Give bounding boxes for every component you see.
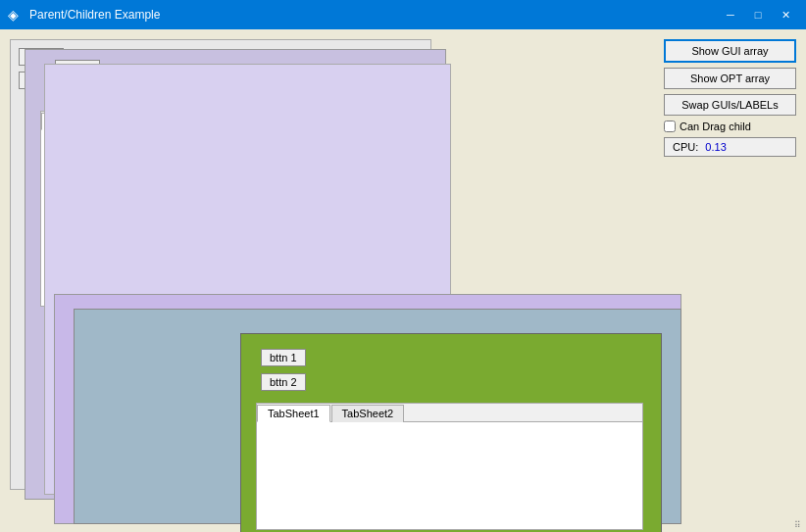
panel-green: bttn 1 bttn 2 TabSheet1 TabSheet2	[240, 333, 662, 532]
tab-control-green: TabSheet1 TabSheet2	[256, 403, 643, 530]
tab-header-green: TabSheet1 TabSheet2	[257, 404, 642, 422]
tab-body-green	[257, 422, 642, 520]
maximize-button[interactable]: □	[745, 4, 771, 25]
minimize-button[interactable]: ─	[718, 4, 743, 25]
tab-sheet1-green[interactable]: TabSheet1	[257, 405, 330, 422]
title-bar: ◈ Parent/Children Example ─ □ ✕	[0, 0, 806, 29]
cpu-display: CPU: 0.13	[664, 137, 796, 157]
can-drag-child-label: Can Drag child	[680, 121, 751, 132]
show-opt-array-button[interactable]: Show OPT array	[664, 68, 796, 89]
main-content: bttn 1 bttn bttn 1 bttn 2 TabSheet1 TabS…	[0, 29, 806, 532]
app-icon: ◈	[8, 7, 24, 23]
btn1-green[interactable]: bttn 1	[261, 349, 306, 366]
can-drag-child-checkbox[interactable]	[664, 121, 676, 132]
right-panel: Show GUI array Show OPT array Swap GUIs/…	[664, 39, 796, 157]
resize-grip[interactable]: ⠿	[794, 520, 804, 530]
close-button[interactable]: ✕	[773, 4, 798, 25]
show-gui-array-button[interactable]: Show GUI array	[664, 39, 796, 63]
can-drag-child-row: Can Drag child	[664, 121, 796, 132]
swap-guis-button[interactable]: Swap GUIs/LABELs	[664, 94, 796, 116]
tab-sheet2-green[interactable]: TabSheet2	[331, 405, 405, 422]
cpu-label: CPU:	[673, 141, 698, 153]
btn2-green[interactable]: bttn 2	[261, 373, 306, 391]
window-title: Parent/Children Example	[29, 8, 160, 22]
cpu-value: 0.13	[705, 141, 726, 153]
